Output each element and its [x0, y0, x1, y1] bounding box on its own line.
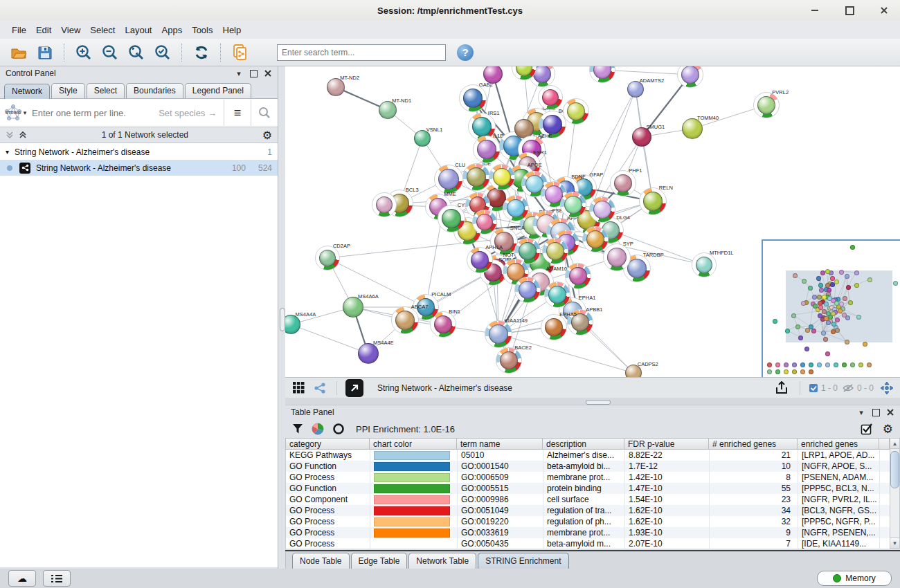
network-node[interactable] [563, 98, 589, 125]
table-row[interactable]: GO ProcessGO:0050435beta-amyloid m...2.0… [286, 538, 890, 549]
expand-all-icon[interactable] [19, 131, 28, 139]
tree-expand-icon[interactable]: ▾ [6, 148, 9, 156]
column-header-chart-color[interactable]: chart color [370, 438, 457, 450]
string-term-input[interactable] [30, 107, 159, 119]
menu-file[interactable]: File [7, 23, 31, 37]
menu-view[interactable]: View [56, 23, 85, 37]
column-header-term-name[interactable]: term name [457, 438, 543, 450]
network-node-cyp19a1[interactable]: CYP19A1 [438, 205, 465, 232]
panel-close-icon[interactable] [886, 408, 894, 416]
network-node[interactable] [472, 210, 497, 235]
network-node-aph1a[interactable]: APH1A [467, 247, 493, 273]
collapse-all-icon[interactable] [6, 131, 15, 139]
tab-select[interactable]: Select [87, 83, 125, 98]
network-node[interactable] [503, 195, 529, 221]
tab-edge-table[interactable]: Edge Table [351, 553, 408, 569]
donut-chart-icon[interactable] [332, 423, 345, 435]
network-node[interactable] [483, 66, 503, 84]
network-node[interactable] [538, 85, 563, 110]
scroll-up-button[interactable]: ▲ [890, 439, 899, 449]
table-row[interactable]: GO ProcessGO:0051049regulation of tra...… [286, 505, 890, 516]
network-node-abca7[interactable]: ABCA7 [391, 306, 419, 334]
network-node-epha5[interactable]: EPHA5 [541, 314, 567, 340]
hidden-edges-indicator[interactable]: 0 - 0 [842, 383, 874, 393]
network-node[interactable] [372, 192, 397, 217]
detach-view-button[interactable] [345, 379, 363, 397]
export-network-button[interactable] [772, 379, 791, 397]
panel-float-icon[interactable] [249, 69, 258, 77]
minimize-button[interactable] [806, 3, 824, 17]
close-button[interactable] [875, 3, 893, 17]
network-node-il1b[interactable]: IL1B [473, 136, 501, 163]
network-node[interactable] [565, 263, 591, 289]
panel-float-icon[interactable] [872, 408, 880, 416]
table-row[interactable]: GO ProcessGO:0033619membrane prot...1.93… [286, 527, 890, 538]
scrollbar-thumb[interactable] [890, 451, 899, 488]
network-node-cadps2[interactable]: CADPS2 [624, 364, 642, 378]
network-node-adamts2[interactable]: ADAMTS2 [627, 80, 645, 98]
string-search-button[interactable] [251, 100, 278, 126]
table-row[interactable]: GO FunctionGO:0001540beta-amyloid bi...1… [286, 461, 890, 472]
table-row[interactable]: GO ProcessGO:0019220regulation of ph...1… [286, 516, 890, 527]
network-node-pvrl2[interactable]: PVRL2 [753, 92, 780, 118]
network-node[interactable] [542, 238, 568, 264]
menu-help[interactable]: Help [218, 23, 246, 37]
help-button[interactable]: ? [457, 44, 474, 61]
network-canvas[interactable]: MT-ND2MT-ND1VSNL1GAB2ADAMTS2PVRL2TOMM40S… [285, 66, 900, 378]
cloud-status-button[interactable]: ☁ [8, 570, 36, 587]
zoom-selected-button[interactable] [151, 42, 174, 64]
column-header-enriched-genes[interactable]: enriched genes [798, 438, 879, 450]
hidden-nodes-indicator[interactable]: 1 - 0 [809, 383, 838, 393]
network-row[interactable]: String Network - Alzheimer's disease 100… [0, 160, 278, 176]
panel-menu-icon[interactable]: ▾ [857, 408, 865, 416]
string-view-button[interactable] [312, 380, 328, 396]
table-row[interactable]: KEGG Pathways05010Alzheimer's dise...8.8… [286, 450, 890, 461]
network-node-mthfd1l[interactable]: MTHFD1L [692, 252, 717, 277]
search-input[interactable] [277, 44, 446, 61]
network-node[interactable] [582, 226, 609, 252]
panel-menu-icon[interactable]: ▾ [235, 69, 243, 77]
tab-legend-panel[interactable]: Legend Panel [185, 83, 251, 98]
network-node-clu[interactable]: CLU [434, 165, 463, 194]
network-node-tomm40[interactable]: TOMM40 [681, 118, 703, 140]
column-header-description[interactable]: description [543, 438, 624, 450]
tab-network[interactable]: Network [4, 84, 50, 99]
network-node[interactable] [589, 66, 615, 83]
tab-style[interactable]: Style [51, 83, 85, 98]
menu-edit[interactable]: Edit [31, 23, 56, 37]
string-options-button[interactable]: ≡ [224, 100, 251, 126]
network-node-smug1[interactable]: SMUG1 [631, 127, 652, 147]
network-node-cd2ap[interactable]: CD2AP [315, 246, 340, 270]
network-node-ms4a6a[interactable]: MS4A6A [342, 296, 364, 318]
clone-network-button[interactable] [228, 42, 252, 64]
network-node-kiaa1149[interactable]: KIAA1149 [485, 320, 512, 348]
network-node-ms4a4a[interactable]: MS4A4A [285, 314, 301, 335]
task-history-button[interactable] [43, 570, 71, 587]
select-all-icon[interactable] [861, 423, 873, 435]
network-node-mt-nd2[interactable]: MT-ND2 [326, 77, 345, 97]
table-row[interactable]: GO ComponentGO:0009986cell surface1.54E-… [286, 494, 890, 505]
panel-close-icon[interactable] [264, 69, 272, 77]
table-row[interactable]: GO FunctionGO:0005515protein binding1.47… [286, 483, 890, 494]
refresh-button[interactable] [190, 42, 213, 64]
table-row[interactable]: GO ProcessGO:0006509membrane prot...1.42… [286, 472, 890, 483]
network-node[interactable] [512, 66, 537, 80]
network-node-mt-nd1[interactable]: MT-ND1 [378, 100, 397, 120]
network-node[interactable] [560, 192, 586, 218]
network-node[interactable] [489, 164, 515, 190]
network-node-reln[interactable]: RELN [639, 187, 667, 215]
filter-icon[interactable] [292, 423, 303, 434]
network-node[interactable] [677, 66, 703, 88]
column-header-category[interactable]: category [285, 438, 370, 450]
network-collection-row[interactable]: ▾ String Network - Alzheimer's disease 1 [0, 144, 278, 160]
splitter-handle[interactable] [280, 308, 285, 331]
menu-tools[interactable]: Tools [187, 23, 217, 37]
grid-mode-button[interactable] [289, 380, 307, 396]
menu-apps[interactable]: Apps [157, 23, 188, 37]
maximize-button[interactable] [840, 3, 858, 17]
splitter-handle[interactable] [586, 400, 611, 405]
tab-node-table[interactable]: Node Table [292, 553, 350, 569]
network-node-gab2[interactable]: GAB2 [459, 84, 487, 112]
zoom-in-button[interactable] [72, 42, 96, 64]
birds-eye-view[interactable] [762, 239, 900, 378]
